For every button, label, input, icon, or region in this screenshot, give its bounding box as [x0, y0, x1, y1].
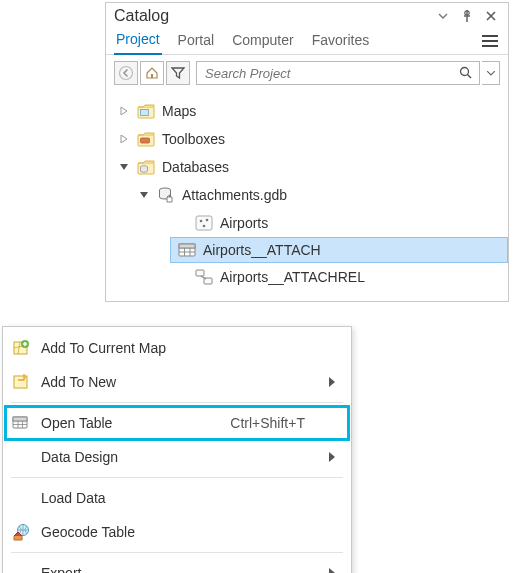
menu-separator [11, 552, 343, 553]
panel-header: Catalog [106, 3, 508, 27]
relationship-class-icon [194, 267, 214, 287]
close-icon[interactable] [482, 7, 500, 25]
filter-icon[interactable] [166, 61, 190, 85]
tree-node-toolboxes[interactable]: Toolboxes [110, 125, 508, 153]
search-icon[interactable] [455, 62, 477, 84]
menu-export[interactable]: Export [5, 556, 349, 573]
tree-label: Airports [220, 215, 268, 231]
submenu-arrow-icon [325, 568, 339, 573]
svg-rect-17 [196, 270, 204, 276]
svg-rect-7 [141, 138, 150, 143]
tab-favorites[interactable]: Favorites [310, 28, 372, 54]
open-table-icon [11, 413, 31, 433]
menu-load-data[interactable]: Load Data [5, 481, 349, 515]
tree-node-databases[interactable]: Databases [110, 153, 508, 181]
svg-point-13 [206, 219, 209, 222]
map-add-new-icon [11, 372, 31, 392]
menu-label: Export [41, 565, 315, 573]
panel-title: Catalog [114, 7, 428, 25]
search-input-wrapper [196, 61, 480, 85]
tree-label: Airports__ATTACH [203, 242, 321, 258]
blank-icon [11, 563, 31, 573]
menu-label: Data Design [41, 449, 315, 465]
menu-separator [11, 402, 343, 403]
tree-label: Attachments.gdb [182, 187, 287, 203]
hamburger-menu-icon[interactable] [480, 31, 500, 51]
menu-add-to-current-map[interactable]: Add To Current Map [5, 331, 349, 365]
tab-portal[interactable]: Portal [176, 28, 217, 54]
tree-node-maps[interactable]: Maps [110, 97, 508, 125]
search-input[interactable] [203, 63, 455, 83]
menu-label: Load Data [41, 490, 315, 506]
tree-label: Maps [162, 103, 196, 119]
svg-rect-16 [179, 244, 195, 248]
folder-toolboxes-icon [136, 129, 156, 149]
tab-project[interactable]: Project [114, 27, 162, 55]
panel-toolbar [106, 55, 508, 91]
folder-databases-icon [136, 157, 156, 177]
tab-computer[interactable]: Computer [230, 28, 295, 54]
menu-add-to-new[interactable]: Add To New [5, 365, 349, 399]
tree-label: Toolboxes [162, 131, 225, 147]
svg-point-14 [203, 225, 206, 228]
map-add-icon [11, 338, 31, 358]
tree-node-gdb[interactable]: Attachments.gdb [110, 181, 508, 209]
globe-house-icon [11, 522, 31, 542]
menu-separator [11, 477, 343, 478]
tree-node-airports[interactable]: Airports [110, 209, 508, 237]
menu-label: Open Table [41, 415, 220, 431]
menu-geocode-table[interactable]: Geocode Table [5, 515, 349, 549]
svg-point-3 [461, 68, 469, 76]
expand-icon[interactable] [118, 105, 130, 117]
panel-tabs: Project Portal Computer Favorites [106, 27, 508, 55]
tree-node-attach-table[interactable]: Airports__ATTACH [170, 237, 508, 263]
context-menu: Add To Current Map Add To New Open Table… [2, 326, 352, 573]
back-button[interactable] [114, 61, 138, 85]
geodatabase-icon [156, 185, 176, 205]
svg-rect-2 [151, 74, 153, 78]
collapse-icon[interactable] [138, 189, 150, 201]
svg-point-1 [120, 67, 133, 80]
menu-open-table[interactable]: Open Table Ctrl+Shift+T [5, 406, 349, 440]
svg-rect-5 [141, 110, 149, 116]
submenu-arrow-icon [325, 377, 339, 387]
home-icon[interactable] [140, 61, 164, 85]
point-featureclass-icon [194, 213, 214, 233]
menu-shortcut: Ctrl+Shift+T [230, 415, 305, 431]
blank-icon [11, 447, 31, 467]
expand-icon[interactable] [118, 133, 130, 145]
table-icon [177, 240, 197, 260]
menu-label: Add To Current Map [41, 340, 315, 356]
menu-label: Add To New [41, 374, 315, 390]
tree-label: Airports__ATTACHREL [220, 269, 365, 285]
folder-maps-icon [136, 101, 156, 121]
chevron-down-icon[interactable] [434, 7, 452, 25]
catalog-panel: Catalog Project Portal Computer Favorite… [105, 2, 509, 302]
svg-rect-23 [13, 417, 27, 421]
svg-rect-11 [196, 216, 212, 230]
tree-node-attachrel[interactable]: Airports__ATTACHREL [110, 263, 508, 291]
collapse-icon[interactable] [118, 161, 130, 173]
catalog-tree: Maps Toolboxes Databases [106, 91, 508, 301]
submenu-arrow-icon [325, 452, 339, 462]
pin-icon[interactable] [458, 7, 476, 25]
search-dropdown-button[interactable] [482, 61, 500, 85]
tree-label: Databases [162, 159, 229, 175]
menu-label: Geocode Table [41, 524, 315, 540]
blank-icon [11, 488, 31, 508]
menu-data-design[interactable]: Data Design [5, 440, 349, 474]
svg-point-12 [200, 220, 203, 223]
